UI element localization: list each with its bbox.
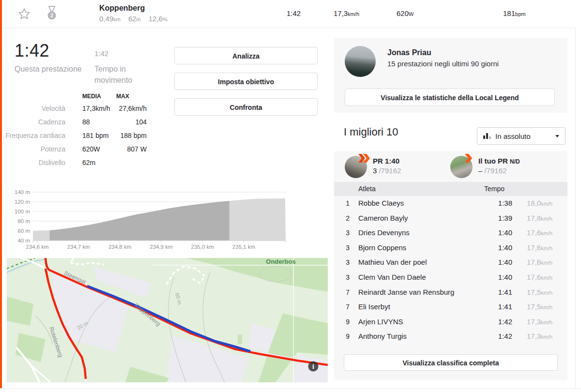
athlete-name-cell: Clem Van Den Daele <box>358 273 426 281</box>
table-row[interactable]: 9Arjen LIVYNS1:4217,3km/h <box>334 315 567 330</box>
rank-cell: 3 <box>340 258 350 266</box>
svg-text:60 m: 60 m <box>17 228 30 234</box>
time-cell: 1:40 <box>474 273 512 281</box>
time-cell: 1:40 <box>474 243 512 252</box>
time-cell: 1:42 <box>474 332 512 340</box>
elevation-stat: 62m <box>128 15 141 23</box>
athlete-name-cell: Dries Devenyns <box>358 228 410 237</box>
speed-cell: 17,8km/h <box>527 214 552 222</box>
stat-avg-value: 88 <box>65 118 116 126</box>
table-row[interactable]: 3Dries Devenyns1:4017,6km/h <box>334 226 567 241</box>
table-row[interactable]: 3Mathieu Van der poel1:4017,6km/h <box>334 255 567 270</box>
speed-cell: 17,6km/h <box>527 243 552 252</box>
svg-text:234,9 km: 234,9 km <box>150 244 172 250</box>
analyze-button[interactable]: Analizza <box>174 47 318 64</box>
athlete-name-cell: Arjen LIVYNS <box>358 317 403 326</box>
action-buttons: Analizza Imposta obiettivo Confronta <box>174 47 318 124</box>
svg-text:100 m: 100 m <box>15 209 30 214</box>
accent-bar <box>0 0 2 389</box>
chevron-icon <box>464 154 473 163</box>
leaderboard-table-header: Atleta Tempo <box>334 182 567 196</box>
effort-time: 1:42 <box>15 41 49 61</box>
table-row[interactable]: 3Clem Van Den Daele1:4017,6km/h <box>334 270 567 285</box>
speed-cell: 17,6km/h <box>527 228 552 237</box>
time-cell: 1:39 <box>474 214 512 222</box>
svg-text:80 m: 80 m <box>17 218 30 224</box>
speed-cell: 17,3km/h <box>527 332 552 340</box>
full-leaderboard-button[interactable]: Visualizza classifica completa <box>344 354 558 371</box>
stat-avg-value: 17,3km/h <box>65 105 116 112</box>
time-cell: 1:38 <box>474 199 512 207</box>
stat-max-value: 188 bpm <box>116 132 147 139</box>
table-row[interactable]: 7Reinardt Janse van Rensburg1:4117,5km/h <box>334 285 567 300</box>
divider <box>0 388 581 389</box>
time-cell: 1:42 <box>474 317 512 326</box>
avatar[interactable] <box>345 46 376 77</box>
local-legend-stats-button[interactable]: Visualizza le statistiche della Local Le… <box>345 89 555 106</box>
svg-text:i: i <box>312 363 314 370</box>
rank-cell: 7 <box>340 303 350 311</box>
speed-cell: 17,5km/h <box>527 288 552 296</box>
stat-max-value: 27,6km/h <box>116 105 147 112</box>
time-cell: 1:40 <box>474 258 512 266</box>
compare-button[interactable]: Confronta <box>174 98 318 116</box>
table-row[interactable]: 7Eli Iserbyt1:4117,5km/h <box>334 300 567 315</box>
rank-cell: 9 <box>340 318 350 326</box>
column-header-athlete: Atleta <box>358 185 376 193</box>
table-row[interactable]: 2Cameron Bayly1:3917,8km/h <box>334 211 567 226</box>
stat-label: Cadenza <box>0 118 65 127</box>
svg-text:40 m: 40 m <box>17 238 30 243</box>
segment-stats: 0,49km 62m 12,6% <box>99 15 168 23</box>
header-power: 620W <box>397 9 413 17</box>
your-pr-text: Il tuo PR N/D – /79162 <box>478 157 520 175</box>
svg-text:234,8 km: 234,8 km <box>108 244 131 250</box>
svg-text:120 m: 120 m <box>15 199 30 205</box>
athlete-name-cell: Robbe Claeys <box>358 199 404 207</box>
header-time: 1:42 <box>287 9 301 17</box>
rank-cell: 1 <box>340 199 350 207</box>
moving-time-label: Tempo in movimento <box>94 63 157 86</box>
table-row[interactable]: 3Bjorn Coppens1:4017,6km/h <box>334 241 567 256</box>
header-speed: 17,3km/h <box>334 9 359 17</box>
athlete-name[interactable]: Jonas Priau <box>387 48 431 57</box>
set-goal-button[interactable]: Imposta obiettivo <box>174 73 318 90</box>
moving-time: 1:42 <box>94 49 108 58</box>
stat-label: Frequenza cardiaca <box>0 131 65 140</box>
svg-text:140 m: 140 m <box>15 190 30 195</box>
athlete-name-cell: Cameron Bayly <box>358 214 408 222</box>
athlete-name-cell: Reinardt Janse van Rensburg <box>358 288 454 296</box>
speed-cell: 17,5km/h <box>527 302 552 311</box>
area-label-onderbos: Onderbos <box>266 258 295 265</box>
star-icon[interactable] <box>17 7 31 21</box>
filter-selected-value: In assoluto <box>495 132 531 140</box>
table-row[interactable]: 9Anthony Turgis1:4217,3km/h <box>334 329 567 344</box>
svg-text:235,0 km: 235,0 km <box>191 244 214 250</box>
segment-title: Koppenberg <box>99 4 145 13</box>
local-legend-card: Jonas Priau 15 prestazioni negli ultimi … <box>334 38 567 113</box>
leaderboard-section: PR 1:40 3 /79162 Il tuo PR N/D – /79162 … <box>334 151 567 380</box>
header-heartrate: 181bpm <box>503 9 525 17</box>
info-icon[interactable]: i <box>308 362 319 372</box>
rank-cell: 3 <box>340 244 350 252</box>
speed-cell: 18,0km/h <box>527 199 552 207</box>
time-cell: 1:41 <box>474 288 512 296</box>
performance-stats-table: MEDIA MAX Velocità17,3km/h27,6km/hCadenz… <box>0 93 147 167</box>
athlete-name-cell: Mathieu Van der poel <box>358 258 427 266</box>
athlete-name-cell: Anthony Turgis <box>358 332 407 340</box>
rank-cell: 3 <box>340 229 350 237</box>
effort-time-label: Questa prestazione <box>15 63 87 75</box>
svg-text:2: 2 <box>50 13 53 18</box>
double-chevron-icon <box>358 154 371 163</box>
svg-text:234,6 km: 234,6 km <box>26 244 48 250</box>
medal-icon: 2 <box>46 6 58 21</box>
leaderboard-filter-dropdown[interactable]: In assoluto <box>477 127 566 145</box>
segment-map[interactable]: Steengat Koppenberg Rotelenberg Onderbos… <box>7 258 328 382</box>
stat-avg-value: 620W <box>65 145 116 153</box>
rank-cell: 7 <box>340 288 350 296</box>
stat-avg-value: 181 bpm <box>65 132 116 139</box>
divider <box>575 28 576 389</box>
svg-text:234,7 km: 234,7 km <box>67 244 90 250</box>
speed-cell: 17,6km/h <box>527 273 552 281</box>
distance-stat: 0,49km <box>99 15 121 23</box>
table-row[interactable]: 1Robbe Claeys1:3818,0km/h <box>334 196 567 211</box>
